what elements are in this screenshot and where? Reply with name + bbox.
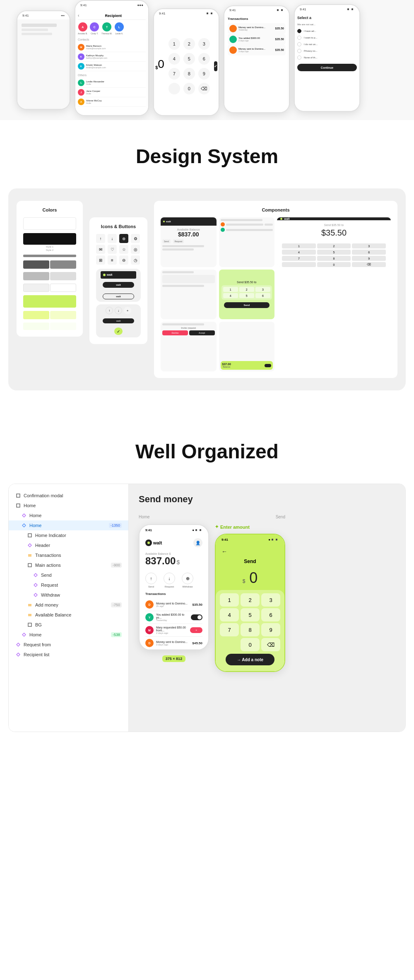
status-time: 9:41 <box>22 14 29 17</box>
mini-primary-btn[interactable]: walt <box>103 282 135 288</box>
layer-item-home-indicator[interactable]: Home Indicator <box>9 530 128 540</box>
contact-sub: marie@example.com <box>86 47 146 50</box>
contact-row: K Kristin Watson kristin@example.com <box>78 62 146 71</box>
keypad-key-3: 3 <box>198 38 210 50</box>
send-key-5[interactable]: 5 <box>241 608 260 621</box>
swatch-value: Style 2 <box>23 249 76 251</box>
send-action[interactable]: ↑ Send <box>145 573 157 588</box>
avatar-item: L Leslie A. <box>115 22 124 35</box>
tx-desc: Yesterday <box>156 619 188 621</box>
comp-green-send-btn: Send <box>224 302 270 308</box>
option-text: I do not un... <box>304 43 318 46</box>
balance-amount: 837.00 $ <box>145 555 202 567</box>
send-key-6[interactable]: 6 <box>261 608 280 621</box>
send-key-8[interactable]: 8 <box>241 623 260 636</box>
select-option: I want to p... <box>297 36 357 40</box>
comp-screen-receipt: $37.00 Balance <box>219 322 275 371</box>
swatch-color <box>23 233 76 245</box>
status-icons: ●●● <box>137 3 144 7</box>
comp-request-body <box>161 270 217 290</box>
request-action[interactable]: ↓ Request <box>164 573 175 588</box>
comp-key: 3 <box>255 287 270 292</box>
phone-size-badge: 375 × 812 <box>162 655 185 662</box>
swatch-white <box>23 217 76 231</box>
amount-value: 0 <box>249 569 258 586</box>
layer-item-add-money[interactable]: Add money -750 <box>9 600 128 610</box>
preview-status-bar: 9:41 ●◾◾ <box>140 525 208 535</box>
layer-item-bg[interactable]: BG <box>9 620 128 630</box>
layer-item-request-from[interactable]: Request from <box>9 640 128 650</box>
send-key-3[interactable]: 3 <box>261 593 280 607</box>
send-key-9[interactable]: 9 <box>261 623 280 636</box>
time: 9:41 <box>80 3 87 7</box>
send-key-del[interactable]: ⌫ <box>261 638 280 651</box>
enter-amount-label: ✦ Enter amount <box>215 524 250 530</box>
swatch-green-faint <box>50 323 76 330</box>
layer-item-header[interactable]: Header <box>9 540 128 550</box>
preview-screens: Home Send 9:41 ●◾◾ <box>139 515 395 672</box>
select-option: None of th... <box>297 55 357 60</box>
radio-unchecked <box>297 55 301 60</box>
layer-item-home-component[interactable]: Home <box>9 510 128 520</box>
layer-item-main-actions[interactable]: Main actions -900 <box>9 560 128 570</box>
layer-item-request[interactable]: Request <box>9 580 128 590</box>
mini-action-icon: + <box>124 307 131 314</box>
layer-item-confirmation-modal[interactable]: Confirmation modal <box>9 491 128 501</box>
layer-item-send[interactable]: Send <box>9 570 128 580</box>
comp-line <box>162 323 204 325</box>
avatar-name: Cindy T. <box>91 32 98 35</box>
send-key-2[interactable]: 2 <box>241 593 260 607</box>
layer-item-transactions[interactable]: Transactions <box>9 550 128 560</box>
mini-secondary-btn[interactable]: walt <box>103 294 135 300</box>
contact-avatar: L <box>78 79 84 86</box>
comp-keyboard-amount: $35.50 <box>321 228 347 238</box>
withdraw-action[interactable]: ⊕ Withdraw <box>182 573 193 588</box>
tx-desc: 3 days ago <box>156 643 190 646</box>
svg-rect-3 <box>28 554 31 555</box>
tx-info: You added $300.00 2 days ago <box>238 37 274 42</box>
contact-row: J Jane Cooper Invite <box>78 88 146 97</box>
send-action-btn[interactable]: → Add a note <box>226 654 274 665</box>
keypad-key-0: 0 <box>183 83 195 94</box>
status-icons: ▪▪▪ <box>61 14 65 17</box>
avatar-item: C Cindy T. <box>90 22 99 35</box>
layer-item-home-frame[interactable]: Home <box>9 501 128 510</box>
recipient-status-bar: 9:41 ●●● <box>75 1 148 9</box>
tx-amount: $35.50 <box>275 38 284 41</box>
layer-item-home-section[interactable]: Home -1350 <box>9 520 128 530</box>
send-key-0[interactable]: 0 <box>241 638 260 651</box>
radio-unchecked <box>297 36 301 40</box>
comp-key: 2 <box>239 287 254 292</box>
svg-rect-1 <box>17 504 20 507</box>
enter-amount-value: $ 0 <box>216 566 284 590</box>
layer-item-recipient-list[interactable]: Recipient list <box>9 650 128 660</box>
layer-item-withdraw[interactable]: Withdraw <box>9 590 128 600</box>
keypad-send-btn[interactable]: ✓ <box>214 61 217 71</box>
request-label: Request <box>165 585 174 588</box>
preview-phone-inner-home: 9:41 ●◾◾ walt <box>140 525 208 650</box>
option-text: Privacy co... <box>304 50 318 52</box>
keypad-key-9: 9 <box>198 68 210 79</box>
contact-avatar: J <box>78 89 84 96</box>
back-icon: ← <box>221 548 227 555</box>
send-key-7[interactable]: 7 <box>220 623 239 636</box>
layer-item-available-balance[interactable]: Available Balance <box>9 610 128 620</box>
send-key-1[interactable]: 1 <box>220 593 239 607</box>
comp-key: 3 <box>352 243 386 248</box>
svg-rect-7 <box>28 604 31 604</box>
select-continue-btn[interactable]: Continue <box>297 64 357 71</box>
component-icon <box>21 513 27 518</box>
tx-status-bar: 9:41 ◾◾ <box>224 6 289 14</box>
layer-item-home-component-2[interactable]: Home -538 <box>9 630 128 640</box>
icon-item: ♡ <box>108 245 117 254</box>
preview-phone-send: 9:41 ●◾◾ ← Send $ 0 <box>215 534 285 672</box>
comp-green-send-label: Send <box>243 304 250 306</box>
color-swatch-grid: Style 1 Style 2 <box>23 217 76 330</box>
comp-green-keypad: 1 2 3 4 5 6 <box>221 285 272 300</box>
decline-btn[interactable]: ✕ <box>190 627 202 633</box>
avatar-item: A Annette B. <box>78 22 87 35</box>
send-key-4[interactable]: 4 <box>220 608 239 621</box>
tx-info: Mary requested $50.00 from... 2 days ago <box>156 626 188 634</box>
layer-label: Home <box>24 503 122 508</box>
comp-key-empty <box>282 262 316 267</box>
